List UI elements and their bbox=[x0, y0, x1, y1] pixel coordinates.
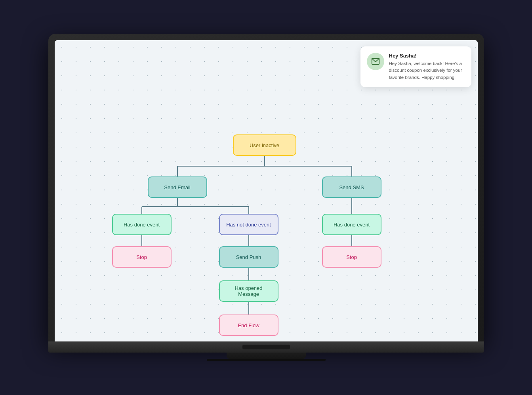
node-send-sms[interactable]: Send SMS bbox=[322, 176, 381, 198]
envelope-icon bbox=[371, 57, 380, 66]
laptop-base bbox=[48, 341, 484, 353]
notification-icon-wrap bbox=[367, 53, 384, 70]
notification-body: Hey Sasha, welcome back! Here's a discou… bbox=[389, 60, 465, 81]
node-user-inactive[interactable]: User inactive bbox=[233, 134, 296, 156]
notification-popup: Hey Sasha! Hey Sasha, welcome back! Here… bbox=[360, 46, 471, 87]
node-stop-left[interactable]: Stop bbox=[112, 246, 172, 268]
notification-title: Hey Sasha! bbox=[389, 53, 465, 59]
node-stop-right[interactable]: Stop bbox=[322, 246, 381, 268]
laptop-device: Hey Sasha! Hey Sasha, welcome back! Here… bbox=[48, 34, 484, 361]
node-end-flow[interactable]: End Flow bbox=[219, 314, 278, 336]
laptop-screen: Hey Sasha! Hey Sasha, welcome back! Here… bbox=[55, 40, 478, 341]
node-has-opened-message[interactable]: Has opened Message bbox=[219, 280, 278, 302]
notification-content: Hey Sasha! Hey Sasha, welcome back! Here… bbox=[389, 53, 465, 81]
node-has-done-event-right[interactable]: Has done event bbox=[322, 214, 381, 235]
node-has-done-event-left[interactable]: Has done event bbox=[112, 214, 172, 235]
node-send-email[interactable]: Send Email bbox=[148, 176, 207, 198]
laptop-body: Hey Sasha! Hey Sasha, welcome back! Here… bbox=[48, 34, 484, 341]
laptop-stand bbox=[227, 353, 306, 359]
canvas-background[interactable]: Hey Sasha! Hey Sasha, welcome back! Here… bbox=[55, 40, 478, 341]
laptop-foot bbox=[207, 359, 326, 361]
node-has-not-done-event[interactable]: Has not done event bbox=[219, 214, 278, 235]
node-send-push[interactable]: Send Push bbox=[219, 246, 278, 268]
